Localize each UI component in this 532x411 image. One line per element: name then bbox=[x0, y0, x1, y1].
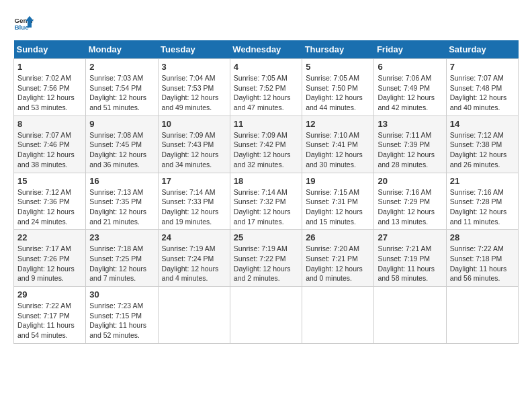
day-number: 29 bbox=[17, 289, 82, 300]
calendar-day-cell: 11Sunrise: 7:09 AM Sunset: 7:42 PM Dayli… bbox=[230, 116, 302, 173]
day-info: Sunrise: 7:08 AM Sunset: 7:45 PM Dayligh… bbox=[89, 130, 154, 170]
calendar-week-row: 22Sunrise: 7:17 AM Sunset: 7:26 PM Dayli… bbox=[14, 230, 519, 287]
column-header-friday: Friday bbox=[374, 40, 446, 59]
day-number: 22 bbox=[17, 232, 82, 242]
column-header-tuesday: Tuesday bbox=[158, 40, 230, 59]
empty-cell bbox=[446, 287, 518, 344]
day-info: Sunrise: 7:05 AM Sunset: 7:52 PM Dayligh… bbox=[234, 73, 298, 113]
day-info: Sunrise: 7:17 AM Sunset: 7:26 PM Dayligh… bbox=[17, 244, 82, 283]
calendar-day-cell: 9Sunrise: 7:08 AM Sunset: 7:45 PM Daylig… bbox=[86, 116, 158, 173]
calendar-day-cell: 19Sunrise: 7:15 AM Sunset: 7:31 PM Dayli… bbox=[302, 173, 374, 230]
day-info: Sunrise: 7:02 AM Sunset: 7:56 PM Dayligh… bbox=[17, 73, 82, 113]
day-info: Sunrise: 7:11 AM Sunset: 7:39 PM Dayligh… bbox=[378, 130, 442, 170]
calendar-day-cell: 15Sunrise: 7:12 AM Sunset: 7:36 PM Dayli… bbox=[14, 173, 86, 230]
day-number: 7 bbox=[450, 62, 515, 72]
empty-cell bbox=[230, 287, 302, 344]
day-number: 1 bbox=[17, 62, 82, 72]
day-number: 10 bbox=[162, 119, 226, 129]
logo: General Blue bbox=[13, 13, 34, 34]
day-info: Sunrise: 7:21 AM Sunset: 7:19 PM Dayligh… bbox=[378, 244, 442, 283]
day-info: Sunrise: 7:13 AM Sunset: 7:35 PM Dayligh… bbox=[89, 187, 154, 227]
day-number: 24 bbox=[162, 232, 226, 242]
day-info: Sunrise: 7:09 AM Sunset: 7:43 PM Dayligh… bbox=[162, 130, 226, 170]
day-info: Sunrise: 7:18 AM Sunset: 7:25 PM Dayligh… bbox=[89, 244, 154, 283]
calendar-day-cell: 30Sunrise: 7:23 AM Sunset: 7:15 PM Dayli… bbox=[86, 287, 158, 344]
calendar-week-row: 8Sunrise: 7:07 AM Sunset: 7:46 PM Daylig… bbox=[14, 116, 519, 173]
calendar-day-cell: 28Sunrise: 7:22 AM Sunset: 7:18 PM Dayli… bbox=[446, 230, 518, 287]
empty-cell bbox=[158, 287, 230, 344]
day-info: Sunrise: 7:04 AM Sunset: 7:53 PM Dayligh… bbox=[162, 73, 226, 113]
day-info: Sunrise: 7:20 AM Sunset: 7:21 PM Dayligh… bbox=[306, 244, 370, 283]
column-header-sunday: Sunday bbox=[14, 40, 86, 59]
day-number: 27 bbox=[378, 232, 442, 242]
calendar-day-cell: 1Sunrise: 7:02 AM Sunset: 7:56 PM Daylig… bbox=[14, 59, 86, 116]
calendar-day-cell: 6Sunrise: 7:06 AM Sunset: 7:49 PM Daylig… bbox=[374, 59, 446, 116]
column-header-monday: Monday bbox=[86, 40, 158, 59]
day-number: 26 bbox=[306, 232, 370, 242]
day-info: Sunrise: 7:12 AM Sunset: 7:36 PM Dayligh… bbox=[17, 187, 82, 227]
calendar-day-cell: 7Sunrise: 7:07 AM Sunset: 7:48 PM Daylig… bbox=[446, 59, 518, 116]
day-number: 25 bbox=[234, 232, 298, 242]
calendar-week-row: 29Sunrise: 7:22 AM Sunset: 7:17 PM Dayli… bbox=[14, 287, 519, 344]
day-number: 8 bbox=[17, 119, 82, 129]
calendar-day-cell: 22Sunrise: 7:17 AM Sunset: 7:26 PM Dayli… bbox=[14, 230, 86, 287]
day-number: 28 bbox=[450, 232, 515, 242]
calendar-day-cell: 13Sunrise: 7:11 AM Sunset: 7:39 PM Dayli… bbox=[374, 116, 446, 173]
logo-icon: General Blue bbox=[13, 13, 34, 34]
calendar-week-row: 15Sunrise: 7:12 AM Sunset: 7:36 PM Dayli… bbox=[14, 173, 519, 230]
day-number: 30 bbox=[89, 289, 154, 300]
calendar-day-cell: 17Sunrise: 7:14 AM Sunset: 7:33 PM Dayli… bbox=[158, 173, 230, 230]
day-number: 9 bbox=[89, 119, 154, 129]
day-info: Sunrise: 7:14 AM Sunset: 7:32 PM Dayligh… bbox=[234, 187, 298, 227]
calendar-day-cell: 2Sunrise: 7:03 AM Sunset: 7:54 PM Daylig… bbox=[86, 59, 158, 116]
day-number: 16 bbox=[89, 176, 154, 186]
day-info: Sunrise: 7:19 AM Sunset: 7:22 PM Dayligh… bbox=[234, 244, 298, 283]
day-number: 5 bbox=[306, 62, 370, 72]
column-header-thursday: Thursday bbox=[302, 40, 374, 59]
day-number: 15 bbox=[17, 176, 82, 186]
calendar-day-cell: 14Sunrise: 7:12 AM Sunset: 7:38 PM Dayli… bbox=[446, 116, 518, 173]
day-number: 11 bbox=[234, 119, 298, 129]
calendar-day-cell: 23Sunrise: 7:18 AM Sunset: 7:25 PM Dayli… bbox=[86, 230, 158, 287]
day-info: Sunrise: 7:12 AM Sunset: 7:38 PM Dayligh… bbox=[450, 130, 515, 170]
calendar-week-row: 1Sunrise: 7:02 AM Sunset: 7:56 PM Daylig… bbox=[14, 59, 519, 116]
day-info: Sunrise: 7:05 AM Sunset: 7:50 PM Dayligh… bbox=[306, 73, 370, 113]
day-number: 21 bbox=[450, 176, 515, 186]
day-info: Sunrise: 7:03 AM Sunset: 7:54 PM Dayligh… bbox=[89, 73, 154, 113]
svg-text:Blue: Blue bbox=[15, 24, 30, 31]
day-number: 2 bbox=[89, 62, 154, 72]
calendar-day-cell: 18Sunrise: 7:14 AM Sunset: 7:32 PM Dayli… bbox=[230, 173, 302, 230]
day-info: Sunrise: 7:23 AM Sunset: 7:15 PM Dayligh… bbox=[89, 301, 154, 340]
calendar-day-cell: 10Sunrise: 7:09 AM Sunset: 7:43 PM Dayli… bbox=[158, 116, 230, 173]
day-info: Sunrise: 7:14 AM Sunset: 7:33 PM Dayligh… bbox=[162, 187, 226, 227]
day-number: 17 bbox=[162, 176, 226, 186]
day-number: 19 bbox=[306, 176, 370, 186]
day-number: 4 bbox=[234, 62, 298, 72]
calendar-day-cell: 25Sunrise: 7:19 AM Sunset: 7:22 PM Dayli… bbox=[230, 230, 302, 287]
day-number: 3 bbox=[162, 62, 226, 72]
column-header-wednesday: Wednesday bbox=[230, 40, 302, 59]
day-info: Sunrise: 7:09 AM Sunset: 7:42 PM Dayligh… bbox=[234, 130, 298, 170]
day-number: 23 bbox=[89, 232, 154, 242]
day-number: 20 bbox=[378, 176, 442, 186]
day-info: Sunrise: 7:07 AM Sunset: 7:46 PM Dayligh… bbox=[17, 130, 82, 170]
day-number: 6 bbox=[378, 62, 442, 72]
day-number: 13 bbox=[378, 119, 442, 129]
calendar-day-cell: 16Sunrise: 7:13 AM Sunset: 7:35 PM Dayli… bbox=[86, 173, 158, 230]
day-info: Sunrise: 7:07 AM Sunset: 7:48 PM Dayligh… bbox=[450, 73, 515, 113]
day-info: Sunrise: 7:06 AM Sunset: 7:49 PM Dayligh… bbox=[378, 73, 442, 113]
day-info: Sunrise: 7:16 AM Sunset: 7:28 PM Dayligh… bbox=[450, 187, 515, 227]
day-number: 12 bbox=[306, 119, 370, 129]
calendar-day-cell: 5Sunrise: 7:05 AM Sunset: 7:50 PM Daylig… bbox=[302, 59, 374, 116]
calendar-day-cell: 26Sunrise: 7:20 AM Sunset: 7:21 PM Dayli… bbox=[302, 230, 374, 287]
day-number: 14 bbox=[450, 119, 515, 129]
day-info: Sunrise: 7:19 AM Sunset: 7:24 PM Dayligh… bbox=[162, 244, 226, 283]
day-info: Sunrise: 7:15 AM Sunset: 7:31 PM Dayligh… bbox=[306, 187, 370, 227]
empty-cell bbox=[302, 287, 374, 344]
calendar-day-cell: 20Sunrise: 7:16 AM Sunset: 7:29 PM Dayli… bbox=[374, 173, 446, 230]
empty-cell bbox=[374, 287, 446, 344]
day-info: Sunrise: 7:16 AM Sunset: 7:29 PM Dayligh… bbox=[378, 187, 442, 227]
page-header: General Blue bbox=[13, 13, 519, 34]
calendar-header-row: SundayMondayTuesdayWednesdayThursdayFrid… bbox=[14, 40, 519, 59]
calendar-day-cell: 27Sunrise: 7:21 AM Sunset: 7:19 PM Dayli… bbox=[374, 230, 446, 287]
